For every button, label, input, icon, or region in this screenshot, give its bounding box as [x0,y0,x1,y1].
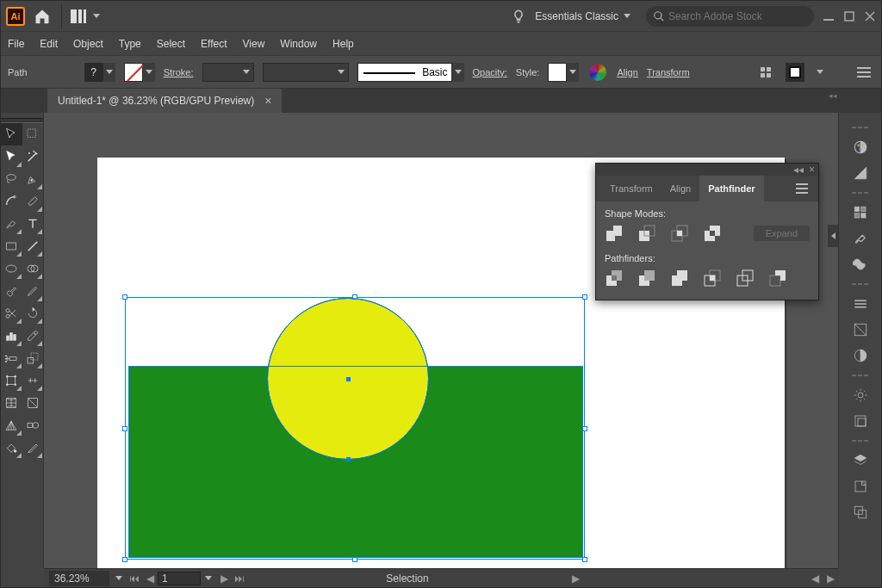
exclude-icon[interactable] [703,224,722,243]
first-artboard-icon[interactable]: ⏮ [127,571,142,586]
gradient-tool[interactable] [22,392,44,414]
minimize-button[interactable] [823,10,835,22]
variable-width-profile[interactable] [263,63,349,82]
next-artboard-icon[interactable]: ▶ [216,571,232,586]
fill-swatch[interactable]: ? [84,63,103,82]
brush-dropdown[interactable] [452,63,464,82]
layers-panel-icon[interactable] [848,449,873,473]
transparency-panel-icon[interactable] [848,344,873,368]
stroke-swatch[interactable] [124,63,143,82]
discover-icon[interactable] [507,5,530,28]
control-menu-icon[interactable] [854,62,874,83]
prev-artboard-icon[interactable]: ◀ [142,571,158,586]
status-scroll-right[interactable]: ▶ [823,571,838,586]
merge-icon[interactable] [670,269,689,288]
type-tool[interactable] [22,213,44,235]
pathfinder-panel[interactable]: ◂◂ × Transform Align Pathfinder Shape Mo… [595,163,819,300]
brush-tool[interactable] [1,213,22,235]
brush-definition[interactable]: Basic [357,63,452,82]
selection-handle[interactable] [122,426,127,431]
close-tab-icon[interactable]: × [264,94,271,108]
workspace-switcher[interactable]: Essentials Classic [535,10,630,22]
gradient-panel-icon[interactable] [848,318,873,342]
live-paint-bucket-tool[interactable] [1,436,22,459]
minus-back-icon[interactable] [768,269,787,288]
unite-icon[interactable] [605,224,624,243]
align-link[interactable]: Align [617,67,637,77]
menu-type[interactable]: Type [119,38,141,50]
column-graph-tool[interactable] [1,325,22,347]
tab-align[interactable]: Align [662,176,699,201]
blob-brush-tool[interactable] [1,280,22,302]
artboard-dropdown[interactable] [201,571,216,586]
menu-help[interactable]: Help [332,38,354,50]
panel-grip[interactable] [849,192,872,199]
document-tab[interactable]: Untitled-1* @ 36.23% (RGB/GPU Preview) × [47,89,282,113]
recolor-artwork-icon[interactable] [587,62,608,83]
menu-view[interactable]: View [243,38,265,50]
tab-pathfinder[interactable]: Pathfinder [699,176,763,201]
curvature-tool[interactable] [1,190,22,213]
panel-grip[interactable] [849,374,872,381]
opacity-label[interactable]: Opacity: [473,67,507,77]
isolate-dropdown[interactable] [814,63,826,82]
mesh-tool[interactable] [1,392,22,414]
pen-tool[interactable] [22,168,44,190]
intersect-icon[interactable] [670,224,689,243]
arrange-documents-dropdown[interactable] [71,9,100,23]
selection-handle[interactable] [582,426,587,431]
menu-select[interactable]: Select [157,38,185,50]
symbol-sprayer-tool[interactable] [1,347,22,369]
status-scroll-left[interactable]: ◀ [807,571,823,586]
artboards-panel-icon[interactable] [848,500,873,524]
swatches-panel-icon[interactable] [848,201,873,225]
stroke-panel-icon[interactable] [848,292,873,316]
selection-handle[interactable] [122,557,127,562]
symbols-panel-icon[interactable] [848,252,873,276]
panel-menu-icon[interactable] [791,176,813,201]
canvas[interactable]: ◂◂ × Transform Align Pathfinder Shape Mo… [44,113,838,568]
selection-handle[interactable] [352,294,357,300]
shape-builder-tool[interactable] [22,257,44,280]
panel-grip[interactable] [849,127,872,133]
rotate-tool[interactable] [22,302,44,325]
outline-icon[interactable] [736,269,755,288]
panel-titlebar[interactable]: ◂◂ × [596,164,818,176]
brushes-panel-icon[interactable] [848,226,873,251]
selection-handle[interactable] [122,294,127,300]
perspective-grid-tool[interactable] [1,414,22,436]
last-artboard-icon[interactable]: ⏭ [232,571,247,586]
paintbrush-tool[interactable] [22,190,44,213]
trim-icon[interactable] [637,269,656,288]
line-tool[interactable] [22,235,44,257]
graphic-style-dropdown[interactable] [567,63,579,82]
fill-dropdown[interactable] [103,63,115,82]
align-to-pixel-icon[interactable] [755,62,776,83]
menu-edit[interactable]: Edit [40,38,58,50]
stroke-dropdown[interactable] [143,63,155,82]
tab-transform[interactable]: Transform [601,176,662,201]
graphic-style-swatch[interactable] [548,63,567,82]
direct-selection-tool[interactable] [1,145,22,168]
scale-tool[interactable] [22,347,44,369]
stroke-label[interactable]: Stroke: [164,67,194,77]
maximize-button[interactable] [843,10,855,22]
status-play-icon[interactable]: ▶ [568,571,583,586]
scissors-tool[interactable] [1,302,22,325]
selection-handle[interactable] [582,557,587,562]
crop-icon[interactable] [703,269,722,288]
panel-flyout-icon[interactable]: ◂◂ [829,91,837,100]
color-panel-icon[interactable] [848,135,873,159]
eyedropper-tool[interactable] [22,325,44,347]
selection-handle[interactable] [582,294,587,300]
stroke-weight-field[interactable] [202,63,254,82]
search-stock[interactable] [646,6,814,27]
panel-grip[interactable] [849,440,872,447]
pencil-tool[interactable] [22,280,44,302]
menu-object[interactable]: Object [73,38,103,50]
menu-file[interactable]: File [8,38,24,50]
panel-grip[interactable] [849,283,872,290]
isolate-button[interactable] [785,62,805,83]
zoom-dropdown[interactable] [111,571,127,586]
expand-panels-icon[interactable] [828,225,838,247]
